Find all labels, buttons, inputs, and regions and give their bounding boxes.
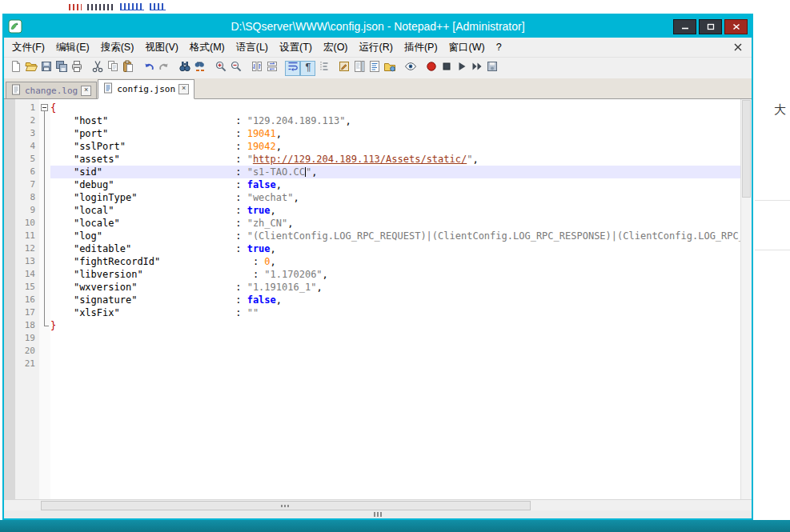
editor-line[interactable]: 17 "xlsFix" : "" (15, 306, 752, 319)
redo-button[interactable] (156, 61, 171, 76)
line-number[interactable]: 3 (15, 127, 39, 140)
line-number[interactable]: 16 (15, 294, 39, 306)
stop-macro-button[interactable] (439, 61, 454, 76)
fold-marker[interactable] (39, 306, 50, 319)
fold-marker[interactable] (39, 294, 50, 306)
fold-marker[interactable] (39, 204, 50, 217)
fold-marker[interactable] (39, 127, 50, 140)
menu-item-plugins[interactable]: 插件(P) (399, 39, 443, 56)
line-number[interactable]: 12 (15, 242, 39, 255)
menu-item-format[interactable]: 格式(M) (184, 39, 231, 56)
menu-item-language[interactable]: 语言(L) (231, 39, 274, 56)
horizontal-scrollbar[interactable] (4, 499, 752, 510)
menu-item-view[interactable]: 视图(V) (139, 39, 184, 56)
code-text[interactable]: } (50, 319, 752, 332)
fold-marker[interactable] (39, 255, 50, 268)
line-number[interactable]: 2 (15, 114, 39, 127)
menu-item-edit[interactable]: 编辑(E) (50, 39, 95, 56)
editor-line[interactable]: 11 "log" : "(ClientConfig.LOG_RPC_REQUES… (15, 230, 752, 242)
doc-map-button[interactable] (351, 61, 367, 76)
tab-change-log[interactable]: change.log× (6, 82, 97, 98)
maximize-button[interactable] (699, 19, 722, 34)
code-text[interactable]: "port" : 19041, (50, 127, 752, 140)
bookmark-margin[interactable] (4, 99, 15, 499)
code-text[interactable] (50, 358, 752, 370)
code-text[interactable]: "fightRecordId" : 0, (50, 255, 752, 268)
editor-line[interactable]: 20 (15, 345, 752, 358)
fold-marker[interactable] (39, 319, 50, 332)
editor-line[interactable]: 7 "debug" : false, (15, 178, 752, 191)
word-wrap-button[interactable] (285, 61, 300, 76)
record-macro-button[interactable] (423, 61, 439, 76)
editor-line[interactable]: 8 "loginType" : "wechat", (15, 191, 752, 204)
new-file-button[interactable] (8, 61, 23, 76)
close-button[interactable] (724, 19, 748, 34)
line-number[interactable]: 4 (15, 140, 39, 153)
code-text[interactable]: "signature" : false, (50, 294, 752, 306)
editor-line[interactable]: 4 "sslPort" : 19042, (15, 140, 752, 153)
vertical-scrollbar-thumb[interactable] (742, 100, 751, 198)
editor-line[interactable]: 6 "sid" : "s1-TAO.CC", (15, 166, 752, 178)
code-text[interactable]: "host" : "129.204.189.113", (50, 114, 752, 127)
menu-item-run[interactable]: 运行(R) (354, 39, 399, 56)
minimize-button[interactable] (673, 19, 696, 34)
fold-marker[interactable] (39, 191, 50, 204)
code-text[interactable]: "local" : true, (50, 204, 752, 217)
fold-marker[interactable] (39, 178, 50, 191)
code-text[interactable]: "sslPort" : 19042, (50, 140, 752, 153)
vertical-scrollbar[interactable] (740, 99, 752, 499)
fold-marker[interactable] (39, 153, 50, 166)
editor-line[interactable]: 19 (15, 332, 752, 345)
line-number[interactable]: 1 (15, 102, 39, 114)
line-number[interactable]: 13 (15, 255, 39, 268)
sync-v-button[interactable] (249, 61, 264, 76)
line-number[interactable]: 5 (15, 153, 39, 166)
line-number[interactable]: 10 (15, 217, 39, 230)
fold-marker[interactable] (39, 114, 50, 127)
fold-marker[interactable] (39, 230, 50, 242)
menu-item-window[interactable]: 窗口(W) (443, 39, 491, 56)
editor[interactable]: 1{2 "host" : "129.204.189.113",3 "port" … (4, 99, 752, 499)
code-text[interactable]: "sid" : "s1-TAO.CC", (50, 166, 752, 178)
zoom-out-button[interactable] (228, 61, 243, 76)
code-text[interactable]: "wxversion" : "1.191016_1", (50, 281, 752, 294)
editor-line[interactable]: 12 "editable" : true, (15, 242, 752, 255)
editor-line[interactable]: 14 "libversion" : "1.170206", (15, 268, 752, 281)
code-text[interactable]: "locale" : "zh_CN", (50, 217, 752, 230)
tab-close-button[interactable]: × (178, 84, 189, 94)
editor-line[interactable]: 15 "wxversion" : "1.191016_1", (15, 281, 752, 294)
replace-button[interactable] (192, 61, 207, 76)
editor-line[interactable]: 9 "local" : true, (15, 204, 752, 217)
code-text[interactable]: "loginType" : "wechat", (50, 191, 752, 204)
indent-guide-button[interactable] (315, 61, 331, 76)
fold-marker[interactable] (39, 268, 50, 281)
document-close-button[interactable] (732, 42, 744, 53)
line-number[interactable]: 21 (15, 358, 39, 370)
run-multiple-button[interactable] (469, 61, 484, 76)
editor-lines[interactable]: 1{2 "host" : "129.204.189.113",3 "port" … (15, 99, 752, 499)
code-text[interactable]: "xlsFix" : "" (50, 306, 752, 319)
line-number[interactable]: 9 (15, 204, 39, 217)
line-number[interactable]: 14 (15, 268, 39, 281)
line-number[interactable]: 8 (15, 191, 39, 204)
save-all-button[interactable] (54, 61, 69, 76)
function-list-button[interactable] (367, 61, 382, 76)
editor-line[interactable]: 5 "assets" : "http://129.204.189.113/Ass… (15, 153, 752, 166)
menu-item-search[interactable]: 搜索(S) (95, 39, 140, 56)
tab-config-json[interactable]: config.json× (98, 79, 194, 99)
horizontal-scrollbar-thumb[interactable] (41, 501, 531, 510)
code-text[interactable] (50, 332, 752, 345)
paste-button[interactable] (120, 61, 135, 76)
fold-marker[interactable] (39, 358, 50, 370)
line-number[interactable]: 15 (15, 281, 39, 294)
line-number[interactable]: 7 (15, 178, 39, 191)
fold-marker[interactable] (39, 281, 50, 294)
print-button[interactable] (69, 61, 84, 76)
editor-line[interactable]: 2 "host" : "129.204.189.113", (15, 114, 752, 127)
editor-line[interactable]: 3 "port" : 19041, (15, 127, 752, 140)
copy-button[interactable] (105, 61, 120, 76)
code-text[interactable]: "editable" : true, (50, 242, 752, 255)
menu-item-settings[interactable]: 设置(T) (274, 39, 318, 56)
folder-workspace-button[interactable] (382, 61, 397, 76)
fold-marker[interactable] (39, 140, 50, 153)
